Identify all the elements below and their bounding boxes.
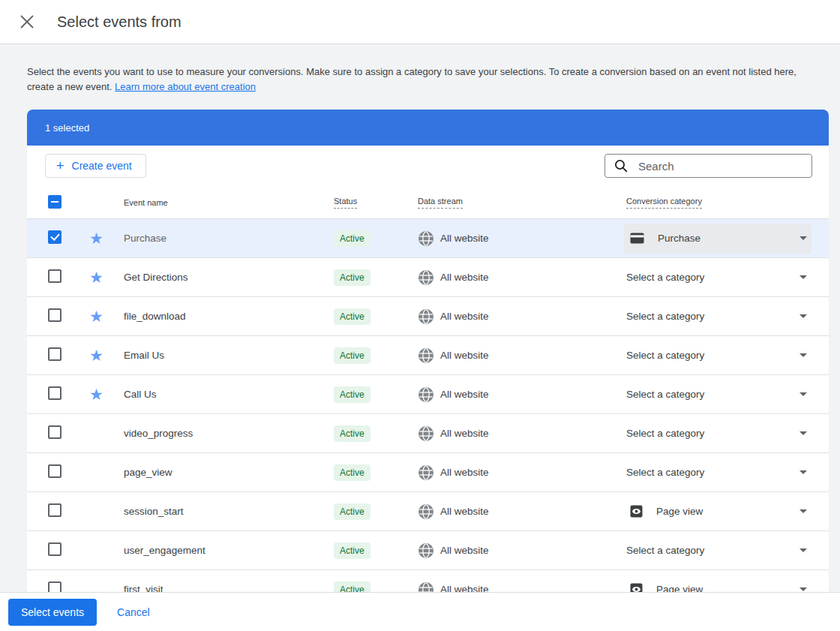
table-row[interactable]: ★ first_visit Active All website xyxy=(27,570,829,593)
table-body: ★ Purchase Active All website xyxy=(27,219,829,593)
status-badge: Active xyxy=(334,269,370,286)
close-icon[interactable] xyxy=(20,14,34,29)
status-badge: Active xyxy=(334,386,370,403)
data-stream-label: All website xyxy=(440,467,489,478)
table-header-row: Event name Status Data stream Conversion… xyxy=(27,186,829,219)
dropdown-arrow-icon[interactable] xyxy=(800,431,807,435)
conversion-category-select[interactable]: Select a category xyxy=(624,311,812,322)
table-row[interactable]: ★ session_start Active All website xyxy=(27,492,829,531)
table-toolbar: + Create event xyxy=(27,146,829,186)
row-checkbox[interactable] xyxy=(48,386,62,400)
star-icon[interactable]: ★ xyxy=(89,230,104,247)
globe-icon xyxy=(418,308,434,325)
conversion-category-select[interactable]: Select a category xyxy=(624,467,812,478)
dropdown-arrow-icon[interactable] xyxy=(800,353,807,357)
search-input[interactable] xyxy=(637,159,812,173)
data-stream-label: All website xyxy=(440,272,489,283)
table-row[interactable]: ★ Call Us Active All website xyxy=(27,375,829,414)
create-event-label: Create event xyxy=(72,160,132,172)
row-checkbox[interactable] xyxy=(48,503,62,517)
data-stream-label: All website xyxy=(440,389,489,400)
row-checkbox[interactable] xyxy=(48,464,62,478)
search-icon xyxy=(614,159,628,173)
conversion-category-select[interactable]: Purchase xyxy=(624,224,812,254)
category-label: Select a category xyxy=(626,350,704,361)
event-name: Purchase xyxy=(124,233,334,244)
table-row[interactable]: ★ Email Us Active All website xyxy=(27,336,829,375)
star-icon[interactable]: ★ xyxy=(89,308,104,325)
status-badge: Active xyxy=(334,347,370,364)
select-all-checkbox[interactable] xyxy=(48,195,62,209)
row-checkbox[interactable] xyxy=(48,581,62,593)
data-stream-label: All website xyxy=(440,428,489,439)
globe-icon xyxy=(418,230,434,247)
status-badge: Active xyxy=(334,464,370,481)
category-label: Select a category xyxy=(626,467,704,478)
status-badge: Active xyxy=(334,542,370,559)
table-row[interactable]: ★ file_download Active All website xyxy=(27,297,829,336)
dropdown-arrow-icon[interactable] xyxy=(800,548,807,552)
table-row[interactable]: ★ video_progress Active All website xyxy=(27,414,829,453)
category-label: Page view xyxy=(656,506,703,517)
category-label: Select a category xyxy=(626,311,704,322)
dropdown-arrow-icon[interactable] xyxy=(800,314,807,318)
conversion-category-select[interactable]: Select a category xyxy=(624,350,812,361)
event-name: Email Us xyxy=(124,350,334,361)
data-stream-label: All website xyxy=(440,311,489,322)
star-icon[interactable]: ★ xyxy=(89,386,104,403)
row-checkbox[interactable] xyxy=(48,269,62,283)
conversion-category-select[interactable]: Select a category xyxy=(624,272,812,283)
row-checkbox[interactable] xyxy=(48,347,62,361)
dropdown-arrow-icon[interactable] xyxy=(800,236,807,240)
table-row[interactable]: ★ Get Directions Active All website xyxy=(27,258,829,297)
table-row[interactable]: ★ user_engagement Active All website xyxy=(27,531,829,570)
row-checkbox[interactable] xyxy=(48,308,62,322)
dropdown-arrow-icon[interactable] xyxy=(800,587,807,591)
selection-count: 1 selected xyxy=(45,122,89,134)
dropdown-arrow-icon[interactable] xyxy=(800,509,807,513)
data-stream-label: All website xyxy=(440,545,489,556)
globe-icon xyxy=(418,425,434,442)
globe-icon xyxy=(418,464,434,481)
event-name: file_download xyxy=(124,311,334,322)
star-icon[interactable]: ★ xyxy=(89,347,104,364)
dropdown-arrow-icon[interactable] xyxy=(800,392,807,396)
learn-more-link[interactable]: Learn more about event creation xyxy=(115,81,256,92)
column-conversion-category[interactable]: Conversion category xyxy=(626,197,702,209)
globe-icon xyxy=(418,581,434,593)
globe-icon xyxy=(418,269,434,286)
globe-icon xyxy=(418,386,434,403)
row-checkbox[interactable] xyxy=(48,542,62,556)
status-badge: Active xyxy=(334,581,370,593)
dropdown-arrow-icon[interactable] xyxy=(800,470,807,474)
dropdown-arrow-icon[interactable] xyxy=(800,275,807,279)
event-name: session_start xyxy=(124,506,334,517)
conversion-category-select[interactable]: Select a category xyxy=(624,545,812,556)
search-box[interactable] xyxy=(604,154,812,178)
status-badge: Active xyxy=(334,425,370,442)
category-label: Select a category xyxy=(626,545,704,556)
row-checkbox[interactable] xyxy=(48,230,62,244)
data-stream-label: All website xyxy=(440,233,489,244)
events-panel: 1 selected + Create event Event name Sta… xyxy=(27,110,829,593)
cancel-button[interactable]: Cancel xyxy=(112,605,154,619)
create-event-button[interactable]: + Create event xyxy=(45,154,146,178)
globe-icon xyxy=(418,347,434,364)
column-status[interactable]: Status xyxy=(334,197,357,209)
conversion-category-select[interactable]: Select a category xyxy=(624,389,812,400)
data-stream-label: All website xyxy=(440,350,489,361)
star-icon[interactable]: ★ xyxy=(89,269,104,286)
selection-bar: 1 selected xyxy=(27,110,829,146)
plus-icon: + xyxy=(56,161,64,171)
select-events-button[interactable]: Select events xyxy=(8,599,97,626)
conversion-category-select[interactable]: Page view xyxy=(624,505,812,518)
column-data-stream[interactable]: Data stream xyxy=(418,197,463,209)
column-event-name: Event name xyxy=(124,198,168,207)
page-view-icon xyxy=(630,505,643,518)
globe-icon xyxy=(418,542,434,559)
row-checkbox[interactable] xyxy=(48,425,62,439)
table-row[interactable]: ★ page_view Active All website xyxy=(27,453,829,492)
data-stream-label: All website xyxy=(440,506,489,517)
conversion-category-select[interactable]: Select a category xyxy=(624,428,812,439)
table-row[interactable]: ★ Purchase Active All website xyxy=(27,219,829,258)
